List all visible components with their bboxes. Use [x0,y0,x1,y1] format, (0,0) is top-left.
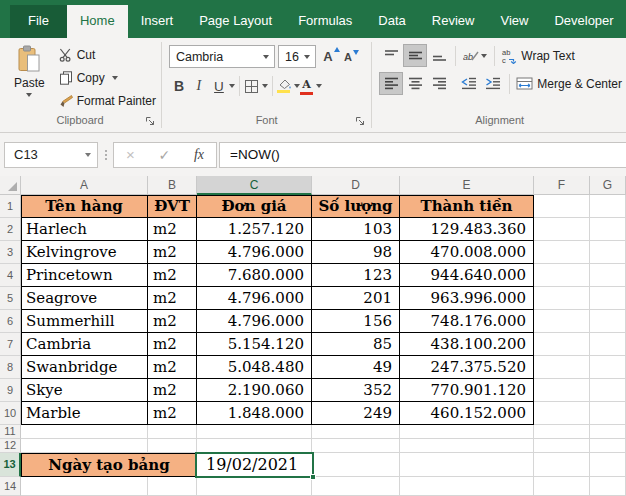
table-cell[interactable]: Harlech [21,218,148,241]
empty-cell[interactable] [534,287,590,310]
name-box-dropdown-arrow[interactable] [85,153,91,157]
empty-cell[interactable] [590,241,626,264]
empty-cell[interactable] [197,477,312,496]
table-cell[interactable]: 49 [312,356,400,379]
wrap-text-button[interactable]: ab c Wrap Text [501,48,575,64]
table-header-cell[interactable]: Số lượng [312,195,400,218]
empty-cell[interactable] [197,425,312,439]
borders-button[interactable] [244,75,268,97]
empty-cell[interactable] [400,425,534,439]
enter-icon[interactable]: ✓ [158,147,170,163]
table-cell[interactable]: m2 [148,310,197,333]
align-bottom-button[interactable] [427,44,451,67]
paste-dropdown-arrow[interactable] [26,93,32,97]
empty-cell[interactable] [197,439,312,453]
name-box[interactable]: C13 [4,142,98,168]
empty-cell[interactable] [534,425,590,439]
tab-review[interactable]: Review [419,5,488,38]
column-header-G[interactable]: G [590,176,626,195]
row-header-14[interactable]: 14 [0,477,21,496]
table-cell[interactable]: 944.640.000 [400,264,534,287]
row-header-7[interactable]: 7 [0,333,21,356]
insert-function-icon[interactable]: fx [194,147,204,163]
cancel-icon[interactable]: × [126,146,135,163]
bold-button[interactable]: B [169,75,189,97]
empty-cell[interactable] [148,425,197,439]
align-left-button[interactable] [379,72,403,95]
font-name-combo[interactable]: Cambria [169,45,275,68]
align-center-button[interactable] [403,72,427,95]
table-header-cell[interactable]: Tên hàng [21,195,148,218]
column-header-F[interactable]: F [534,176,590,195]
font-color-dropdown-arrow[interactable] [316,84,322,88]
empty-cell[interactable] [534,241,590,264]
empty-cell[interactable] [590,356,626,379]
decrease-indent-button[interactable] [457,72,481,95]
table-cell[interactable]: 5.154.120 [197,333,312,356]
empty-cell[interactable] [400,439,534,453]
format-painter-button[interactable]: Format Painter [59,89,156,112]
font-size-combo[interactable]: 16 [278,45,316,68]
italic-button[interactable]: I [189,75,209,97]
row-header-9[interactable]: 9 [0,379,21,402]
table-cell[interactable]: m2 [148,402,197,425]
table-cell[interactable]: 470.008.000 [400,241,534,264]
underline-button[interactable]: U [209,75,229,97]
empty-cell[interactable] [534,310,590,333]
row-header-4[interactable]: 4 [0,264,21,287]
empty-cell[interactable] [21,425,148,439]
formula-input[interactable]: =NOW() [219,142,626,168]
empty-cell[interactable] [534,439,590,453]
tab-view[interactable]: View [487,5,541,38]
underline-dropdown-arrow[interactable] [229,84,235,88]
table-cell[interactable]: m2 [148,287,197,310]
table-cell[interactable]: m2 [148,218,197,241]
clipboard-dialog-launcher-icon[interactable] [145,116,157,128]
table-cell[interactable]: m2 [148,264,197,287]
empty-cell[interactable] [590,264,626,287]
table-cell[interactable]: m2 [148,356,197,379]
empty-cell[interactable] [590,310,626,333]
tab-home[interactable]: Home [67,5,128,38]
table-cell[interactable]: 247.375.520 [400,356,534,379]
row-header-1[interactable]: 1 [0,195,21,218]
table-cell[interactable]: Swanbridge [21,356,148,379]
empty-cell[interactable] [534,264,590,287]
decrease-font-size-button[interactable]: A [341,46,361,68]
empty-cell[interactable] [312,453,400,477]
font-name-dropdown-arrow[interactable] [263,55,269,59]
empty-cell[interactable] [534,453,590,477]
empty-cell[interactable] [312,477,400,496]
tab-data[interactable]: Data [365,5,418,38]
table-cell[interactable]: 2.190.060 [197,379,312,402]
table-cell[interactable]: 123 [312,264,400,287]
table-cell[interactable]: Skye [21,379,148,402]
empty-cell[interactable] [400,453,534,477]
formula-bar-drag-handle[interactable] [98,150,113,160]
select-all-button[interactable] [0,176,21,195]
align-right-button[interactable] [427,72,451,95]
empty-cell[interactable] [590,218,626,241]
table-cell[interactable]: 129.483.360 [400,218,534,241]
cut-button[interactable]: Cut [59,43,156,66]
empty-cell[interactable] [148,439,197,453]
table-cell[interactable]: Princetown [21,264,148,287]
table-cell[interactable]: 4.796.000 [197,310,312,333]
empty-cell[interactable] [534,356,590,379]
row-header-2[interactable]: 2 [0,218,21,241]
table-cell[interactable]: 770.901.120 [400,379,534,402]
empty-cell[interactable] [590,453,626,477]
empty-cell[interactable] [534,195,590,218]
empty-cell[interactable] [590,287,626,310]
row-header-12[interactable]: 12 [0,439,21,453]
empty-cell[interactable] [148,477,197,496]
table-cell[interactable]: 460.152.000 [400,402,534,425]
table-cell[interactable]: 1.848.000 [197,402,312,425]
font-color-button[interactable]: A [300,75,322,97]
table-cell[interactable]: 249 [312,402,400,425]
copy-button[interactable]: Copy [59,66,156,89]
align-top-button[interactable] [379,44,403,67]
table-cell[interactable]: 5.048.480 [197,356,312,379]
table-cell[interactable]: 98 [312,241,400,264]
table-cell[interactable]: Kelvingrove [21,241,148,264]
